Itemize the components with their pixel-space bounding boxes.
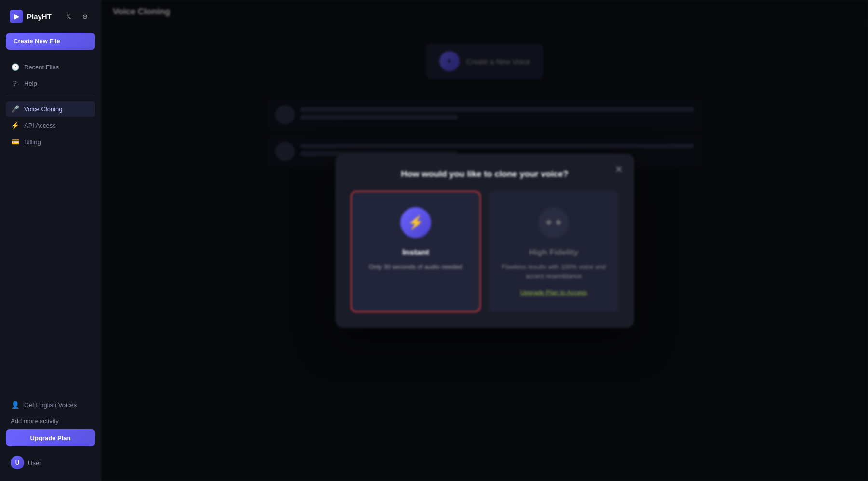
- sidebar-item-recent-files-label: Recent Files: [24, 64, 59, 71]
- clone-voice-modal: ✕ How would you like to clone your voice…: [335, 154, 634, 328]
- avatar: U: [11, 456, 24, 469]
- high-fidelity-description: Flawless results with 100% voice and acc…: [501, 262, 606, 281]
- high-fidelity-title: High Fidelity: [529, 248, 578, 257]
- instant-title: Instant: [402, 248, 429, 257]
- modal-cards: ⚡ Instant Only 30 seconds of audio neede…: [351, 191, 619, 312]
- lightning-icon: ⚡: [407, 214, 424, 230]
- instant-description: Only 30 seconds of audio needed: [369, 262, 462, 272]
- sidebar-item-billing[interactable]: 💳 Billing: [6, 134, 95, 149]
- modal-title: How would you like to clone your voice?: [351, 169, 619, 179]
- sidebar-item-voice-cloning[interactable]: 🎤 Voice Cloning: [6, 101, 95, 117]
- user-profile[interactable]: U User: [6, 452, 95, 473]
- instant-clone-card[interactable]: ⚡ Instant Only 30 seconds of audio neede…: [351, 191, 481, 312]
- upgrade-plan-to-access-link[interactable]: Upgrade Plan to Access: [520, 289, 587, 296]
- voice-cloning-icon: 🎤: [11, 105, 19, 113]
- add-activity-label: Add more activity: [11, 417, 59, 425]
- sidebar-item-help[interactable]: ? Help: [6, 76, 95, 91]
- sidebar-item-voice-cloning-label: Voice Cloning: [24, 106, 63, 113]
- get-english-voices-label: Get English Voices: [24, 401, 77, 409]
- twitter-icon[interactable]: 𝕏: [62, 10, 75, 23]
- high-fidelity-icon-circle: ✦✦: [538, 207, 569, 238]
- billing-icon: 💳: [11, 138, 19, 146]
- help-icon: ?: [11, 80, 19, 87]
- recent-files-icon: 🕐: [11, 63, 19, 71]
- instant-icon-circle: ⚡: [400, 207, 431, 238]
- sidebar-item-add-activity[interactable]: Add more activity: [6, 414, 95, 428]
- sidebar-item-help-label: Help: [24, 80, 37, 87]
- logo-symbol: ▶: [14, 13, 19, 20]
- sidebar: ▶ PlayHT 𝕏 ⊕ Create New File 🕐 Recent Fi…: [0, 0, 101, 481]
- app-logo-icon: ▶: [10, 10, 23, 23]
- modal-overlay: ✕ How would you like to clone your voice…: [101, 0, 868, 481]
- sidebar-divider: [6, 96, 95, 96]
- create-file-button[interactable]: Create New File: [6, 33, 95, 50]
- sidebar-nav: 🕐 Recent Files ? Help 🎤 Voice Cloning ⚡ …: [6, 59, 95, 150]
- main-content: Voice Cloning + Create a New Voice: [101, 0, 868, 481]
- upgrade-plan-button[interactable]: Upgrade Plan: [6, 429, 95, 446]
- discord-icon[interactable]: ⊕: [79, 10, 91, 23]
- user-name: User: [28, 459, 41, 467]
- sidebar-item-api-access[interactable]: ⚡ API Access: [6, 118, 95, 133]
- high-fidelity-clone-card[interactable]: ✦✦ High Fidelity Flawless results with 1…: [488, 191, 619, 312]
- sidebar-item-recent-files[interactable]: 🕐 Recent Files: [6, 59, 95, 75]
- sidebar-item-billing-label: Billing: [24, 138, 41, 146]
- app-name: PlayHT: [27, 13, 52, 21]
- sparkles-icon: ✦✦: [544, 216, 563, 229]
- sidebar-item-get-english-voices[interactable]: 👤 Get English Voices: [6, 397, 95, 413]
- close-modal-button[interactable]: ✕: [611, 161, 626, 177]
- sidebar-item-api-access-label: API Access: [24, 122, 56, 129]
- api-access-icon: ⚡: [11, 121, 19, 129]
- get-voices-icon: 👤: [11, 401, 19, 409]
- sidebar-bottom: 👤 Get English Voices Add more activity U…: [6, 397, 95, 473]
- sidebar-logo: ▶ PlayHT 𝕏 ⊕: [6, 8, 95, 25]
